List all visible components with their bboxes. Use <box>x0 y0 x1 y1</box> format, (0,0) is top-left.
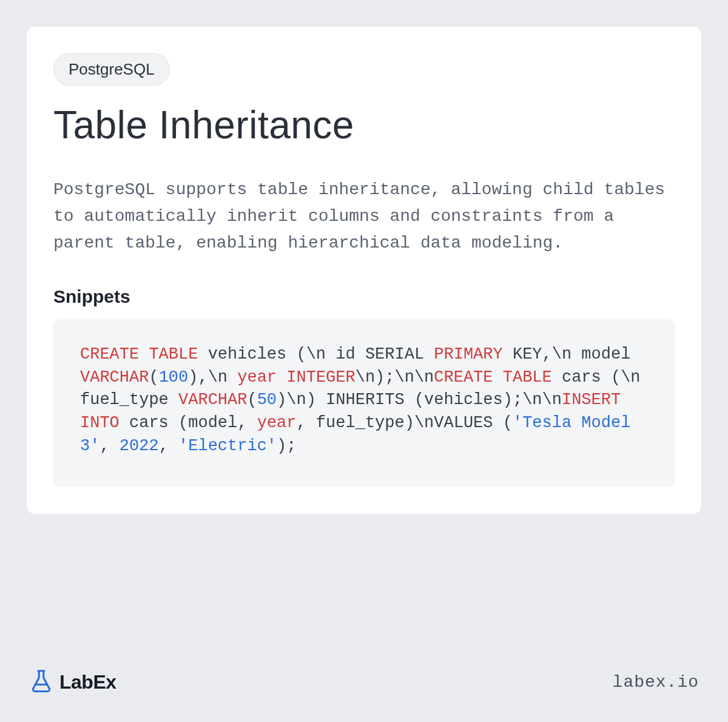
page-title: Table Inheritance <box>53 103 675 147</box>
code-content: CREATE TABLE vehicles (\n id SERIAL PRIM… <box>80 343 648 458</box>
content-card: PostgreSQL Table Inheritance PostgreSQL … <box>27 27 701 514</box>
description-text: PostgreSQL supports table inheritance, a… <box>53 177 675 257</box>
flask-icon <box>29 669 53 695</box>
category-tag: PostgreSQL <box>53 53 170 86</box>
site-url: labex.io <box>613 673 699 692</box>
snippets-heading: Snippets <box>53 286 675 307</box>
brand: LabEx <box>29 669 116 695</box>
code-block: CREATE TABLE vehicles (\n id SERIAL PRIM… <box>53 319 675 487</box>
brand-name: LabEx <box>59 671 116 693</box>
footer: LabEx labex.io <box>27 654 701 695</box>
